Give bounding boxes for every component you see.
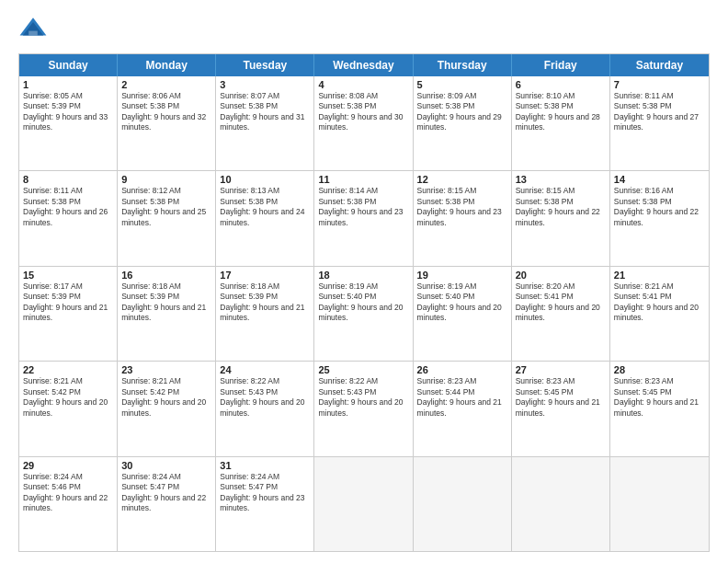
sunset: Sunset: 5:38 PM bbox=[516, 197, 606, 207]
day-cell-21: 21 Sunrise: 8:21 AM Sunset: 5:41 PM Dayl… bbox=[610, 267, 709, 361]
day-cell-26: 26 Sunrise: 8:23 AM Sunset: 5:44 PM Dayl… bbox=[414, 362, 512, 455]
day-number: 13 bbox=[516, 174, 606, 185]
day-cell-16: 16 Sunrise: 8:18 AM Sunset: 5:39 PM Dayl… bbox=[118, 267, 216, 361]
day-cell-31: 31 Sunrise: 8:24 AM Sunset: 5:47 PM Dayl… bbox=[216, 457, 314, 551]
calendar-row-4: 29 Sunrise: 8:24 AM Sunset: 5:46 PM Dayl… bbox=[19, 456, 709, 551]
sunset: Sunset: 5:38 PM bbox=[121, 101, 211, 111]
daylight: Daylight: 9 hours and 21 minutes. bbox=[121, 303, 211, 324]
sunset: Sunset: 5:39 PM bbox=[23, 292, 113, 302]
sunrise: Sunrise: 8:18 AM bbox=[121, 282, 211, 292]
sunrise: Sunrise: 8:08 AM bbox=[318, 91, 408, 101]
sunset: Sunset: 5:38 PM bbox=[220, 101, 310, 111]
sunset: Sunset: 5:38 PM bbox=[614, 197, 705, 207]
daylight: Daylight: 9 hours and 27 minutes. bbox=[614, 112, 705, 133]
day-cell-13: 13 Sunrise: 8:15 AM Sunset: 5:38 PM Dayl… bbox=[512, 171, 610, 265]
day-cell-14: 14 Sunrise: 8:16 AM Sunset: 5:38 PM Dayl… bbox=[610, 171, 709, 265]
sunrise: Sunrise: 8:12 AM bbox=[121, 186, 211, 196]
daylight: Daylight: 9 hours and 31 minutes. bbox=[220, 112, 310, 133]
sunrise: Sunrise: 8:19 AM bbox=[318, 282, 408, 292]
header-day-tuesday: Tuesday bbox=[216, 54, 314, 76]
daylight: Daylight: 9 hours and 21 minutes. bbox=[516, 397, 606, 419]
daylight: Daylight: 9 hours and 23 minutes. bbox=[417, 207, 507, 228]
day-cell-22: 22 Sunrise: 8:21 AM Sunset: 5:42 PM Dayl… bbox=[19, 362, 118, 455]
daylight: Daylight: 9 hours and 20 minutes. bbox=[23, 397, 113, 419]
day-number: 2 bbox=[121, 79, 211, 90]
daylight: Daylight: 9 hours and 22 minutes. bbox=[516, 207, 606, 228]
day-number: 6 bbox=[516, 79, 606, 90]
header-day-sunday: Sunday bbox=[19, 54, 118, 76]
daylight: Daylight: 9 hours and 20 minutes. bbox=[318, 397, 408, 419]
day-cell-8: 8 Sunrise: 8:11 AM Sunset: 5:38 PM Dayli… bbox=[19, 171, 118, 265]
calendar-header: SundayMondayTuesdayWednesdayThursdayFrid… bbox=[19, 54, 709, 76]
daylight: Daylight: 9 hours and 22 minutes. bbox=[614, 207, 705, 228]
daylight: Daylight: 9 hours and 22 minutes. bbox=[23, 493, 113, 514]
sunset: Sunset: 5:38 PM bbox=[516, 101, 606, 111]
sunrise: Sunrise: 8:13 AM bbox=[220, 186, 310, 196]
day-cell-20: 20 Sunrise: 8:20 AM Sunset: 5:41 PM Dayl… bbox=[512, 267, 610, 361]
day-cell-11: 11 Sunrise: 8:14 AM Sunset: 5:38 PM Dayl… bbox=[314, 171, 413, 265]
daylight: Daylight: 9 hours and 33 minutes. bbox=[23, 112, 113, 133]
sunset: Sunset: 5:39 PM bbox=[220, 292, 310, 302]
sunrise: Sunrise: 8:24 AM bbox=[121, 472, 211, 482]
header-day-friday: Friday bbox=[512, 54, 610, 76]
daylight: Daylight: 9 hours and 24 minutes. bbox=[220, 207, 310, 228]
sunrise: Sunrise: 8:23 AM bbox=[516, 376, 606, 386]
calendar: SundayMondayTuesdayWednesdayThursdayFrid… bbox=[18, 53, 710, 552]
sunset: Sunset: 5:41 PM bbox=[516, 292, 606, 302]
empty-cell bbox=[314, 457, 413, 551]
day-number: 28 bbox=[614, 364, 705, 375]
day-cell-7: 7 Sunrise: 8:11 AM Sunset: 5:38 PM Dayli… bbox=[610, 76, 709, 170]
daylight: Daylight: 9 hours and 20 minutes. bbox=[121, 397, 211, 419]
sunset: Sunset: 5:47 PM bbox=[220, 482, 310, 492]
calendar-body: 1 Sunrise: 8:05 AM Sunset: 5:39 PM Dayli… bbox=[19, 76, 709, 551]
day-number: 9 bbox=[121, 174, 211, 185]
sunset: Sunset: 5:47 PM bbox=[121, 482, 211, 492]
sunset: Sunset: 5:44 PM bbox=[417, 387, 507, 397]
day-cell-12: 12 Sunrise: 8:15 AM Sunset: 5:38 PM Dayl… bbox=[414, 171, 512, 265]
day-cell-24: 24 Sunrise: 8:22 AM Sunset: 5:43 PM Dayl… bbox=[216, 362, 314, 455]
sunrise: Sunrise: 8:22 AM bbox=[220, 376, 310, 386]
sunrise: Sunrise: 8:17 AM bbox=[23, 282, 113, 292]
sunset: Sunset: 5:41 PM bbox=[614, 292, 705, 302]
sunrise: Sunrise: 8:15 AM bbox=[417, 186, 507, 196]
daylight: Daylight: 9 hours and 20 minutes. bbox=[417, 303, 507, 324]
header-day-wednesday: Wednesday bbox=[314, 54, 413, 76]
day-number: 24 bbox=[220, 364, 310, 375]
calendar-row-2: 15 Sunrise: 8:17 AM Sunset: 5:39 PM Dayl… bbox=[19, 266, 709, 361]
sunset: Sunset: 5:38 PM bbox=[417, 197, 507, 207]
empty-cell bbox=[512, 457, 610, 551]
sunrise: Sunrise: 8:23 AM bbox=[417, 376, 507, 386]
day-number: 12 bbox=[417, 174, 507, 185]
day-cell-3: 3 Sunrise: 8:07 AM Sunset: 5:38 PM Dayli… bbox=[216, 76, 314, 170]
sunset: Sunset: 5:39 PM bbox=[121, 292, 211, 302]
day-number: 20 bbox=[516, 270, 606, 281]
day-number: 3 bbox=[220, 79, 310, 90]
sunset: Sunset: 5:45 PM bbox=[516, 387, 606, 397]
daylight: Daylight: 9 hours and 26 minutes. bbox=[23, 207, 113, 228]
day-cell-23: 23 Sunrise: 8:21 AM Sunset: 5:42 PM Dayl… bbox=[118, 362, 216, 455]
empty-cell bbox=[610, 457, 709, 551]
day-cell-5: 5 Sunrise: 8:09 AM Sunset: 5:38 PM Dayli… bbox=[414, 76, 512, 170]
daylight: Daylight: 9 hours and 22 minutes. bbox=[121, 493, 211, 514]
daylight: Daylight: 9 hours and 21 minutes. bbox=[23, 303, 113, 324]
sunrise: Sunrise: 8:11 AM bbox=[23, 186, 113, 196]
daylight: Daylight: 9 hours and 32 minutes. bbox=[121, 112, 211, 133]
day-number: 30 bbox=[121, 460, 211, 471]
sunrise: Sunrise: 8:14 AM bbox=[318, 186, 408, 196]
day-number: 29 bbox=[23, 460, 113, 471]
sunset: Sunset: 5:38 PM bbox=[121, 197, 211, 207]
daylight: Daylight: 9 hours and 23 minutes. bbox=[318, 207, 408, 228]
day-number: 14 bbox=[614, 174, 705, 185]
daylight: Daylight: 9 hours and 20 minutes. bbox=[318, 303, 408, 324]
sunset: Sunset: 5:38 PM bbox=[614, 101, 705, 111]
sunset: Sunset: 5:42 PM bbox=[121, 387, 211, 397]
daylight: Daylight: 9 hours and 21 minutes. bbox=[614, 397, 705, 419]
sunset: Sunset: 5:38 PM bbox=[417, 101, 507, 111]
sunrise: Sunrise: 8:18 AM bbox=[220, 282, 310, 292]
header-day-thursday: Thursday bbox=[414, 54, 512, 76]
daylight: Daylight: 9 hours and 29 minutes. bbox=[417, 112, 507, 133]
day-number: 27 bbox=[516, 364, 606, 375]
day-cell-9: 9 Sunrise: 8:12 AM Sunset: 5:38 PM Dayli… bbox=[118, 171, 216, 265]
day-number: 17 bbox=[220, 270, 310, 281]
sunrise: Sunrise: 8:16 AM bbox=[614, 186, 705, 196]
